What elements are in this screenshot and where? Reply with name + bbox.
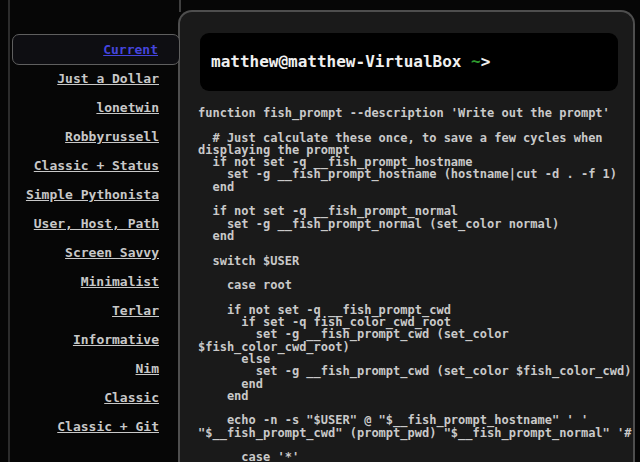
prompt-preview-panel: matthew@matthew-VirtualBox ~> function f… bbox=[178, 10, 635, 462]
sidebar-item-just-a-dollar[interactable]: Just a Dollar bbox=[0, 64, 180, 93]
sidebar-item-label[interactable]: Terlar bbox=[112, 303, 159, 318]
sidebar-item-nim[interactable]: Nim bbox=[0, 354, 180, 383]
prompt-symbol: > bbox=[481, 52, 491, 71]
sidebar-item-current[interactable]: Current bbox=[12, 34, 180, 65]
sidebar-item-minimalist[interactable]: Minimalist bbox=[0, 267, 180, 296]
terminal-preview: matthew@matthew-VirtualBox ~> bbox=[200, 33, 618, 91]
sidebar-item-label[interactable]: Nim bbox=[136, 361, 159, 376]
sidebar-item-informative[interactable]: Informative bbox=[0, 325, 180, 354]
sidebar-item-label[interactable]: Classic bbox=[104, 390, 159, 405]
sidebar-item-label[interactable]: User, Host, Path bbox=[34, 216, 159, 231]
sidebar-item-classic[interactable]: Classic bbox=[0, 383, 180, 412]
sidebar-item-terlar[interactable]: Terlar bbox=[0, 296, 180, 325]
prompt-user-host: matthew@matthew-VirtualBox bbox=[211, 52, 471, 71]
sidebar-item-classic-git[interactable]: Classic + Git bbox=[0, 412, 180, 441]
sidebar-item-label[interactable]: lonetwin bbox=[96, 100, 159, 115]
sidebar-item-screen-savvy[interactable]: Screen Savvy bbox=[0, 238, 180, 267]
sidebar-item-label[interactable]: Screen Savvy bbox=[65, 245, 159, 260]
prompt-cwd: ~ bbox=[471, 52, 481, 71]
sidebar-item-classic-status[interactable]: Classic + Status bbox=[0, 151, 180, 180]
sidebar-item-label[interactable]: Informative bbox=[73, 332, 159, 347]
sidebar-item-user-host-path[interactable]: User, Host, Path bbox=[0, 209, 180, 238]
sidebar-item-lonetwin[interactable]: lonetwin bbox=[0, 93, 180, 122]
sidebar-item-robbyrussell[interactable]: Robbyrussell bbox=[0, 122, 180, 151]
sidebar-item-label[interactable]: Current bbox=[103, 42, 158, 57]
prompt-theme-sidebar: Current Just a Dollar lonetwin Robbyruss… bbox=[0, 0, 180, 462]
sidebar-item-label[interactable]: Simple Pythonista bbox=[26, 187, 159, 202]
sidebar-item-label[interactable]: Robbyrussell bbox=[65, 129, 159, 144]
sidebar-item-label[interactable]: Classic + Git bbox=[57, 419, 159, 434]
prompt-function-source: function fish_prompt --description 'Writ… bbox=[198, 107, 633, 462]
sidebar-item-label[interactable]: Minimalist bbox=[81, 274, 159, 289]
sidebar-item-label[interactable]: Classic + Status bbox=[34, 158, 159, 173]
prompt-theme-tab-list: Current Just a Dollar lonetwin Robbyruss… bbox=[0, 35, 180, 441]
sidebar-item-simple-pythonista[interactable]: Simple Pythonista bbox=[0, 180, 180, 209]
sidebar-item-label[interactable]: Just a Dollar bbox=[57, 71, 159, 86]
